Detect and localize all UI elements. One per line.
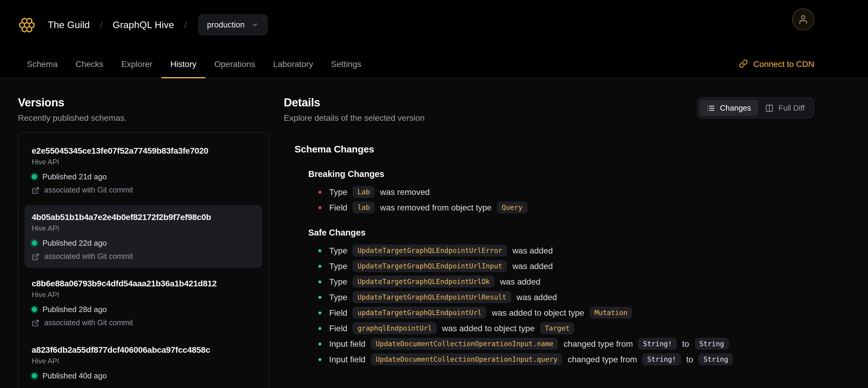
connect-cdn-link[interactable]: Connect to CDN bbox=[739, 59, 814, 68]
version-published-row: Published 21d ago bbox=[32, 172, 255, 181]
nav-tab-label: History bbox=[170, 59, 196, 68]
change-text: Type bbox=[329, 292, 347, 302]
version-published: Published 21d ago bbox=[42, 172, 106, 181]
version-commit-row[interactable]: associated with Git commit bbox=[32, 186, 255, 194]
version-published: Published 40d ago bbox=[42, 371, 106, 380]
version-service: Hive API bbox=[32, 291, 255, 299]
nav-tabs: Schema Checks Explorer History Operation… bbox=[18, 50, 370, 78]
change-text: Field bbox=[329, 323, 347, 333]
code-chip: lab bbox=[353, 202, 375, 213]
code-chip: UpdateTargetGraphQLEndpointUrlResult bbox=[353, 291, 512, 303]
published-status-dot bbox=[32, 240, 37, 246]
user-avatar[interactable] bbox=[792, 8, 814, 30]
version-commit-row[interactable]: associated with Git commit bbox=[32, 252, 255, 261]
change-tokens: TypeUpdateTargetGraphQLEndpointUrlInputw… bbox=[329, 260, 553, 272]
tab-operations[interactable]: Operations bbox=[206, 50, 265, 78]
change-text: Type bbox=[329, 277, 347, 287]
bullet-dot bbox=[318, 296, 321, 299]
version-hash: c8b6e88a06793b9c4dfd54aaa21b36a1b421d812 bbox=[32, 278, 255, 288]
change-tokens: TypeUpdateTargetGraphQLEndpointUrlOkwas … bbox=[329, 276, 540, 288]
connect-cdn-label: Connect to CDN bbox=[753, 59, 814, 68]
change-text: Field bbox=[329, 308, 347, 318]
bullet-dot bbox=[318, 206, 321, 209]
external-link-icon bbox=[32, 319, 39, 327]
change-tokens: TypeUpdateTargetGraphQLEndpointUrlErrorw… bbox=[329, 244, 553, 257]
change-tokens: Input fieldUpdateDocumentCollectionOpera… bbox=[329, 353, 733, 365]
version-published-row: Published 28d ago bbox=[32, 305, 255, 314]
change-row: TypeLabwas removed bbox=[318, 186, 814, 198]
nav-tab-label: Checks bbox=[75, 59, 103, 68]
nav-tab-label: Settings bbox=[331, 59, 361, 68]
target-selector[interactable]: production bbox=[198, 14, 267, 35]
project-name[interactable]: GraphQL Hive bbox=[113, 20, 174, 30]
code-chip: String bbox=[699, 353, 733, 365]
bullet-dot bbox=[318, 280, 321, 283]
code-chip: String bbox=[694, 338, 729, 350]
tab-laboratory[interactable]: Laboratory bbox=[264, 50, 322, 78]
diff-icon bbox=[765, 104, 774, 112]
code-chip: Query bbox=[497, 202, 527, 213]
change-text: Type bbox=[329, 187, 347, 197]
tab-schema[interactable]: Schema bbox=[18, 50, 67, 78]
change-text: was added to object type bbox=[442, 323, 535, 333]
version-commit-row[interactable]: associated with Git commit bbox=[32, 319, 255, 327]
org-name[interactable]: The Guild bbox=[48, 20, 90, 30]
versions-subtitle: Recently published schemas. bbox=[18, 113, 269, 123]
tab-history[interactable]: History bbox=[161, 50, 205, 78]
version-service: Hive API bbox=[32, 357, 255, 365]
versions-panel: Versions Recently published schemas. e2e… bbox=[18, 96, 269, 388]
app-header: The Guild / GraphQL Hive / production Sc… bbox=[0, 0, 868, 78]
breadcrumb-separator: / bbox=[100, 20, 102, 30]
version-list-item[interactable]: c8b6e88a06793b9c4dfd54aaa21b36a1b421d812… bbox=[25, 271, 262, 334]
change-text: Input field bbox=[329, 339, 365, 349]
code-chip: String! bbox=[643, 353, 681, 365]
bullet-dot bbox=[318, 327, 321, 330]
change-text: Type bbox=[329, 246, 347, 255]
change-tokens: TypeUpdateTargetGraphQLEndpointUrlResult… bbox=[329, 291, 557, 303]
version-service: Hive API bbox=[32, 224, 255, 233]
version-list-item[interactable]: 4b05ab51b1b4a7e2e4b0ef82172f2b9f7ef98c0b… bbox=[25, 205, 262, 268]
code-chip: graphqlEndpointUrl bbox=[353, 322, 437, 334]
code-chip: String! bbox=[638, 338, 677, 350]
hive-logo-icon[interactable] bbox=[18, 16, 36, 34]
change-text: Type bbox=[329, 261, 347, 271]
change-row: TypeUpdateTargetGraphQLEndpointUrlResult… bbox=[318, 291, 814, 303]
change-text: was added to object type bbox=[492, 308, 584, 318]
change-text: Input field bbox=[329, 355, 365, 364]
bullet-dot bbox=[318, 249, 321, 252]
details-subtitle: Explore details of the selected version bbox=[284, 113, 425, 123]
changes-toggle-button[interactable]: Changes bbox=[700, 100, 758, 116]
nav-tab-label: Explorer bbox=[121, 59, 152, 68]
change-row: FieldupdateTargetGraphQLEndpointUrlwas a… bbox=[318, 307, 814, 319]
full-diff-toggle-button[interactable]: Full Diff bbox=[758, 100, 812, 116]
full-diff-toggle-label: Full Diff bbox=[778, 103, 805, 112]
target-selector-value: production bbox=[207, 20, 245, 29]
change-list: TypeLabwas removed Fieldlabwas removed f… bbox=[318, 186, 814, 213]
tab-checks[interactable]: Checks bbox=[67, 50, 112, 78]
code-chip: UpdateTargetGraphQLEndpointUrlError bbox=[353, 244, 507, 257]
change-text: was added bbox=[517, 292, 557, 302]
change-text: Field bbox=[329, 203, 347, 212]
nav-tab-label: Laboratory bbox=[273, 59, 313, 68]
version-commit: associated with Git commit bbox=[44, 186, 133, 194]
tab-settings[interactable]: Settings bbox=[322, 50, 370, 78]
change-row: Input fieldUpdateDocumentCollectionOpera… bbox=[318, 353, 814, 365]
tab-explorer[interactable]: Explorer bbox=[112, 50, 161, 78]
version-published-row: Published 40d ago bbox=[32, 371, 255, 380]
published-status-dot bbox=[32, 174, 37, 179]
nav-tab-label: Schema bbox=[27, 59, 58, 68]
version-hash: e2e55045345ce13fe07f52a77459b83fa3fe7020 bbox=[32, 146, 255, 155]
version-list-item[interactable]: e2e55045345ce13fe07f52a77459b83fa3fe7020… bbox=[25, 139, 262, 202]
code-chip: UpdateTargetGraphQLEndpointUrlOk bbox=[353, 276, 495, 288]
versions-list: e2e55045345ce13fe07f52a77459b83fa3fe7020… bbox=[18, 132, 269, 388]
version-published: Published 22d ago bbox=[42, 239, 106, 247]
code-chip: UpdateDocumentCollectionOperationInput.q… bbox=[371, 353, 562, 365]
version-list-item[interactable]: a823f6db2a55df877dcf406006abca97fcc4858c… bbox=[25, 338, 262, 387]
bullet-dot bbox=[318, 358, 321, 361]
change-text: was removed from object type bbox=[380, 203, 492, 212]
version-published: Published 28d ago bbox=[42, 305, 106, 314]
code-chip: UpdateTargetGraphQLEndpointUrlInput bbox=[353, 260, 507, 272]
code-chip: UpdateDocumentCollectionOperationInput.n… bbox=[371, 338, 558, 350]
change-section-title: Breaking Changes bbox=[308, 169, 814, 179]
change-tokens: Input fieldUpdateDocumentCollectionOpera… bbox=[329, 338, 729, 350]
